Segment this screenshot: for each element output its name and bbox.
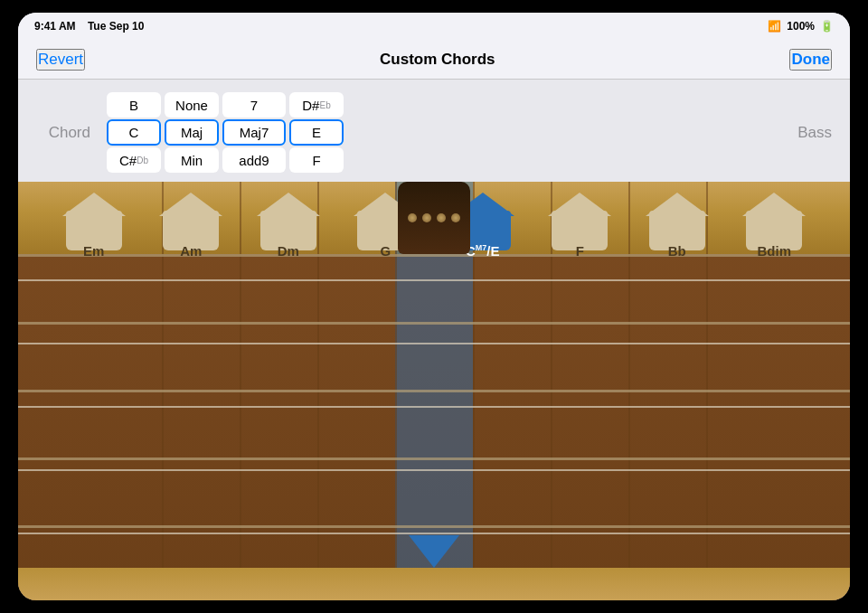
status-bar: 9:41 AM Tue Sep 10 📶 100% 🔋 (18, 13, 850, 40)
status-time: 9:41 AM (34, 20, 76, 33)
picker-cell-add9[interactable]: add9 (222, 147, 286, 173)
page-title: Custom Chords (380, 51, 495, 69)
chord-btn-F[interactable]: F (548, 193, 611, 259)
chord-btn-Em-label: Em (83, 243, 104, 259)
chord-btn-G-label: G (380, 243, 391, 259)
revert-button[interactable]: Revert (36, 49, 85, 71)
string-5 (18, 533, 850, 534)
status-indicators: 📶 100% 🔋 (768, 20, 834, 33)
chord-btn-Bdim-label: Bdim (758, 243, 792, 259)
chord-btn-Bb-shape (646, 193, 709, 250)
wifi-icon: 📶 (768, 20, 781, 33)
picker-col-root: B C C# Db (107, 92, 161, 173)
status-time-date: 9:41 AM Tue Sep 10 (34, 20, 144, 33)
guitar-head (398, 182, 470, 254)
guitar-body: Em Am Dm G CM7/E (18, 182, 850, 600)
picker-cell-7[interactable]: 7 (222, 92, 286, 118)
battery-indicator: 100% (787, 20, 815, 33)
chord-btn-Em-shape (62, 193, 126, 250)
picker-col-extension: 7 Maj7 add9 (222, 92, 286, 173)
chord-btn-CM7E-label: CM7/E (466, 243, 500, 259)
picker-cell-maj[interactable]: Maj (165, 119, 219, 146)
picker-columns: B C C# Db None Maj Min 7 Maj7 add9 D# Eb… (107, 92, 787, 173)
picker-col-quality: None Maj Min (165, 92, 219, 173)
chord-btn-Dm-shape (257, 193, 320, 250)
picker-cell-C[interactable]: C (107, 119, 161, 146)
tuning-peg-1 (408, 213, 417, 222)
chord-picker: Chord B C C# Db None Maj Min 7 Maj7 add9 (18, 80, 850, 182)
picker-cell-B[interactable]: B (107, 92, 161, 118)
active-chord-pick (409, 535, 459, 568)
picker-cell-E[interactable]: E (289, 119, 344, 146)
chord-btn-F-shape (548, 193, 611, 250)
chord-btn-Am-label: Am (180, 243, 202, 259)
fret-3 (18, 457, 850, 460)
chord-btn-F-label: F (576, 243, 584, 259)
guitar-head-body (398, 182, 470, 254)
string-2 (18, 343, 850, 344)
picker-cell-Dsharp[interactable]: D# Eb (289, 92, 344, 118)
chord-btn-Am[interactable]: Am (159, 193, 222, 259)
chord-btn-Dm[interactable]: Dm (257, 193, 320, 259)
tuning-peg-2 (422, 213, 431, 222)
chord-label: Chord (36, 124, 90, 142)
string-4 (18, 469, 850, 471)
picker-col-bass-note: D# Eb E F (289, 92, 344, 173)
picker-cell-maj7[interactable]: Maj7 (222, 119, 286, 146)
fret-2 (18, 390, 850, 392)
picker-cell-none[interactable]: None (165, 92, 219, 118)
nav-bar: Revert Custom Chords Done (18, 40, 850, 80)
chord-btn-Bdim[interactable]: Bdim (742, 193, 806, 259)
chord-btn-Bdim-shape (742, 193, 806, 250)
bass-label: Bass (797, 124, 832, 142)
chord-btn-Em[interactable]: Em (62, 193, 126, 259)
chord-btn-Bb-label: Bb (668, 243, 686, 259)
string-3 (18, 406, 850, 408)
chord-btn-Am-shape (159, 193, 222, 250)
tuning-peg-4 (451, 213, 460, 222)
chord-btn-Bb[interactable]: Bb (646, 193, 709, 259)
tuning-peg-3 (437, 213, 446, 222)
done-button[interactable]: Done (789, 49, 832, 71)
picker-cell-F[interactable]: F (289, 147, 344, 173)
fret-1 (18, 322, 850, 325)
battery-icon: 🔋 (820, 20, 834, 33)
chord-btn-Dm-label: Dm (278, 243, 299, 259)
status-date: Tue Sep 10 (88, 20, 144, 33)
picker-cell-min[interactable]: Min (165, 147, 219, 173)
string-1 (18, 279, 850, 281)
bottom-nut (18, 568, 850, 600)
fret-4 (18, 525, 850, 528)
picker-cell-Csharp[interactable]: C# Db (107, 147, 161, 173)
